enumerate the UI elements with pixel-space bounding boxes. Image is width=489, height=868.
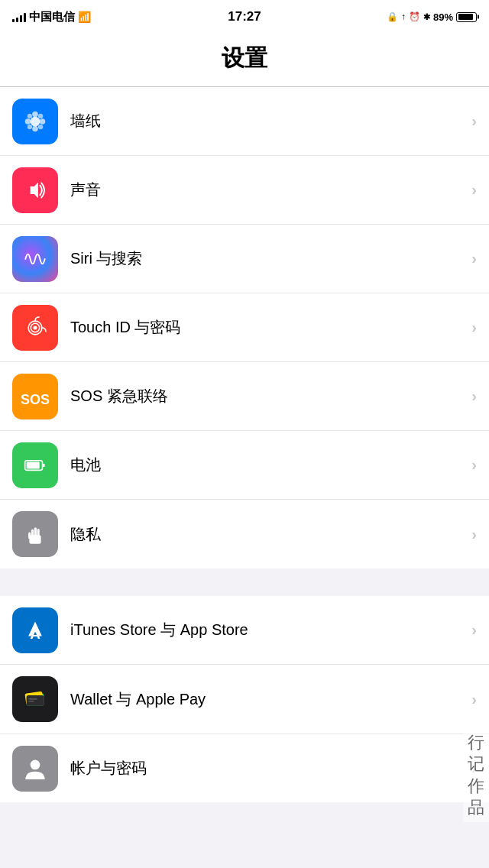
svg-rect-19 xyxy=(34,527,37,537)
lock-icon: 🔒 xyxy=(387,11,398,22)
settings-item-wallpaper[interactable]: 墙纸 › xyxy=(0,87,489,156)
battery-label: 电池 xyxy=(70,455,465,475)
chevron-icon: › xyxy=(471,526,477,543)
svg-point-4 xyxy=(40,118,46,125)
chevron-icon: › xyxy=(471,112,477,130)
wallet-icon-wrap xyxy=(12,676,58,722)
svg-point-6 xyxy=(38,113,43,118)
chevron-icon: › xyxy=(471,387,477,405)
svg-point-28 xyxy=(31,760,40,769)
siri-icon-wrap xyxy=(12,236,58,282)
appstore-icon-wrap: A xyxy=(12,607,58,653)
svg-point-2 xyxy=(32,125,38,131)
settings-section-1: 墙纸 › 声音 › Siri 与搜索 › xyxy=(0,87,489,568)
svg-point-5 xyxy=(28,113,32,118)
battery-settings-icon-wrap xyxy=(12,442,58,488)
battery-icon xyxy=(456,12,477,22)
appstore-label: iTunes Store 与 App Store xyxy=(70,620,465,640)
status-bar: 中国电信 📶 17:27 🔒 ↑ ⏰ ✱ 89% xyxy=(0,0,489,34)
svg-text:A: A xyxy=(30,625,40,641)
privacy-label: 隐私 xyxy=(70,524,465,545)
svg-point-12 xyxy=(33,326,37,329)
carrier-label: 中国电信 xyxy=(29,10,75,24)
svg-rect-18 xyxy=(31,530,34,538)
wifi-icon: 📶 xyxy=(78,11,91,23)
chevron-icon: › xyxy=(471,691,477,708)
status-right: 🔒 ↑ ⏰ ✱ 89% xyxy=(387,11,477,23)
page-title: 设置 xyxy=(0,34,489,87)
settings-item-battery[interactable]: 电池 › xyxy=(0,431,489,500)
sos-label: SOS 紧急联络 xyxy=(70,386,465,406)
chevron-icon: › xyxy=(471,181,477,199)
sound-icon-wrap xyxy=(12,167,58,213)
settings-item-account[interactable]: 帐户与密码 › xyxy=(0,734,489,802)
svg-point-0 xyxy=(31,116,40,126)
wallpaper-icon-wrap xyxy=(12,99,58,144)
account-label: 帐户与密码 xyxy=(70,758,465,779)
svg-rect-16 xyxy=(27,462,40,468)
svg-point-3 xyxy=(25,118,31,125)
sound-label: 声音 xyxy=(70,180,465,200)
location-icon: ↑ xyxy=(401,11,406,22)
wallpaper-icon xyxy=(21,107,50,136)
sos-icon: SOS xyxy=(12,374,58,419)
privacy-icon xyxy=(21,520,50,549)
chevron-icon: › xyxy=(471,456,477,474)
svg-rect-26 xyxy=(28,698,37,700)
time-label: 17:27 xyxy=(228,9,261,24)
siri-label: Siri 与搜索 xyxy=(70,248,465,269)
status-left: 中国电信 📶 xyxy=(12,10,91,24)
svg-rect-15 xyxy=(43,464,45,467)
settings-item-touchid[interactable]: Touch ID 与密码 › xyxy=(0,293,489,362)
svg-point-7 xyxy=(28,124,32,128)
touchid-label: Touch ID 与密码 xyxy=(70,317,465,338)
chevron-icon: › xyxy=(471,250,477,267)
settings-section-2: A iTunes Store 与 App Store › Wallet 与 Ap… xyxy=(0,596,489,734)
account-icon-wrap xyxy=(12,746,58,792)
privacy-icon-wrap xyxy=(12,511,58,557)
svg-marker-9 xyxy=(31,182,38,197)
svg-rect-27 xyxy=(28,701,34,702)
battery-settings-icon xyxy=(21,451,50,480)
appstore-icon: A xyxy=(21,616,50,645)
svg-point-1 xyxy=(32,111,38,117)
svg-rect-20 xyxy=(37,529,40,537)
sound-icon xyxy=(21,176,50,205)
touchid-icon xyxy=(21,313,50,342)
chevron-icon: › xyxy=(471,319,477,336)
settings-item-privacy[interactable]: 隐私 › xyxy=(0,500,489,568)
battery-percent: 89% xyxy=(433,11,453,23)
wallet-label: Wallet 与 Apple Pay xyxy=(70,689,465,710)
signal-icon xyxy=(12,11,26,22)
wallet-icon xyxy=(21,685,50,714)
watermark: 行 记 作 品 xyxy=(463,729,489,822)
bluetooth-icon: ✱ xyxy=(423,12,430,22)
sos-icon-wrap: SOS xyxy=(12,374,58,419)
settings-item-sos[interactable]: SOS SOS 紧急联络 › xyxy=(0,362,489,431)
settings-item-sound[interactable]: 声音 › xyxy=(0,156,489,225)
touchid-icon-wrap xyxy=(12,305,58,351)
svg-point-8 xyxy=(38,124,43,128)
svg-rect-21 xyxy=(28,532,31,539)
settings-item-wallet[interactable]: Wallet 与 Apple Pay › xyxy=(0,665,489,734)
settings-item-appstore[interactable]: A iTunes Store 与 App Store › xyxy=(0,596,489,665)
section-gap-1 xyxy=(0,568,489,596)
svg-text:SOS: SOS xyxy=(21,391,50,406)
settings-item-siri[interactable]: Siri 与搜索 › xyxy=(0,225,489,293)
chevron-icon: › xyxy=(471,621,477,639)
siri-icon xyxy=(21,245,50,274)
account-icon xyxy=(21,754,50,783)
wallpaper-label: 墙纸 xyxy=(70,111,465,131)
alarm-icon: ⏰ xyxy=(409,11,420,22)
